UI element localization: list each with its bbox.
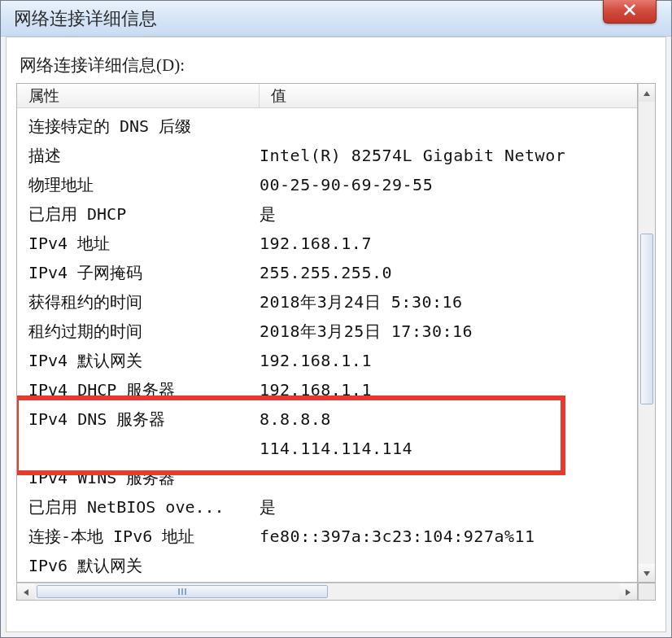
value-cell: 8.8.8.8 [260,404,637,434]
property-cell: 描述 [28,141,260,170]
property-cell: IPv4 DHCP 服务器 [28,375,260,404]
svg-marker-2 [24,589,28,596]
horizontal-scrollbar[interactable] [16,583,638,601]
details-list-wrap: 属性 值 连接特定的 DNS 后缀描述Intel(R) 82574L Gigab… [16,83,656,601]
chevron-up-icon [643,85,651,101]
property-cell [28,434,260,463]
table-row[interactable]: 租约过期的时间2018年3月25日 17:30:16 [17,317,637,346]
value-cell [260,551,637,580]
title-bar[interactable]: 网络连接详细信息 [1,1,671,37]
value-cell [260,463,637,492]
value-cell: 2018年3月24日 5:30:16 [260,287,637,317]
property-cell: IPv4 WINS 服务器 [28,463,260,492]
value-cell: 114.114.114.114 [260,434,637,463]
property-cell: 获得租约的时间 [28,287,260,317]
scroll-left-button[interactable] [17,583,35,600]
property-cell: 物理地址 [28,170,260,199]
property-cell: 连接特定的 DNS 后缀 [28,111,260,141]
table-row[interactable]: 114.114.114.114 [17,434,637,463]
value-cell: 是 [260,199,637,229]
table-row[interactable]: 已启用 DHCP是 [17,199,637,229]
vertical-scroll-track[interactable] [639,102,655,564]
rows-container: 连接特定的 DNS 后缀描述Intel(R) 82574L Gigabit Ne… [17,108,637,580]
table-row[interactable]: 获得租约的时间2018年3月24日 5:30:16 [17,287,637,317]
value-cell [260,111,637,141]
value-cell: 192.168.1.1 [260,346,637,375]
table-row[interactable]: IPv4 DNS 服务器8.8.8.8 [17,404,637,434]
property-cell: IPv6 默认网关 [28,551,260,580]
table-row[interactable]: IPv4 默认网关192.168.1.1 [17,346,637,375]
chevron-left-icon [22,584,30,600]
table-row[interactable]: IPv4 DHCP 服务器192.168.1.1 [17,375,637,404]
table-row[interactable]: IPv6 默认网关 [17,551,637,580]
table-row[interactable]: IPv4 WINS 服务器 [17,463,637,492]
value-cell: 00-25-90-69-29-55 [260,170,637,199]
window-title: 网络连接详细信息 [14,7,157,31]
value-cell: Intel(R) 82574L Gigabit Networ [260,141,637,170]
horizontal-scroll-thumb[interactable] [37,585,328,598]
vertical-scrollbar[interactable] [638,83,656,583]
svg-marker-3 [626,589,631,596]
value-cell: 255.255.255.0 [260,258,637,287]
value-cell: 192.168.1.1 [260,375,637,404]
property-cell: 已启用 DHCP [28,199,260,229]
value-cell: 192.168.1.7 [260,229,637,258]
scrollbar-corner [638,583,656,601]
section-label: 网络连接详细信息(D): [20,54,656,76]
property-cell: 已启用 NetBIOS ove... [28,492,260,522]
dialog-window: 网络连接详细信息 网络连接详细信息(D): 属性 值 连接特定的 DNS 后缀描… [0,0,672,638]
chevron-down-icon [643,566,651,581]
value-cell: 2018年3月25日 17:30:16 [260,317,637,346]
column-header-property[interactable]: 属性 [17,84,260,107]
details-list[interactable]: 属性 值 连接特定的 DNS 后缀描述Intel(R) 82574L Gigab… [16,83,638,583]
column-header-value[interactable]: 值 [260,84,637,107]
vertical-scroll-thumb[interactable] [640,234,653,404]
property-cell: 连接-本地 IPv6 地址 [28,522,260,551]
table-row[interactable]: 描述Intel(R) 82574L Gigabit Networ [17,141,637,170]
property-cell: IPv4 默认网关 [28,346,260,375]
client-area: 网络连接详细信息(D): 属性 值 连接特定的 DNS 后缀描述Intel(R)… [6,37,666,632]
value-cell: 是 [260,492,637,522]
scroll-right-button[interactable] [619,583,637,600]
close-icon [622,2,637,20]
thumb-grip-icon [178,588,186,595]
property-cell: IPv4 子网掩码 [28,258,260,287]
property-cell: IPv4 DNS 服务器 [28,404,260,434]
table-row[interactable]: 物理地址00-25-90-69-29-55 [17,170,637,199]
chevron-right-icon [624,584,632,600]
table-row[interactable]: 已启用 NetBIOS ove...是 [17,492,637,522]
scroll-down-button[interactable] [639,564,655,582]
table-row[interactable]: IPv4 地址192.168.1.7 [17,229,637,258]
horizontal-scroll-track[interactable] [35,583,619,600]
svg-marker-0 [644,91,650,96]
svg-marker-1 [644,571,650,576]
property-cell: IPv4 地址 [28,229,260,258]
scroll-up-button[interactable] [639,84,655,102]
table-row[interactable]: IPv4 子网掩码255.255.255.0 [17,258,637,287]
column-headers[interactable]: 属性 值 [17,84,637,108]
table-row[interactable]: 连接-本地 IPv6 地址fe80::397a:3c23:104:927a%11 [17,522,637,551]
table-row[interactable]: 连接特定的 DNS 后缀 [17,111,637,141]
property-cell: 租约过期的时间 [28,317,260,346]
value-cell: fe80::397a:3c23:104:927a%11 [260,522,637,551]
close-button[interactable] [603,0,657,24]
